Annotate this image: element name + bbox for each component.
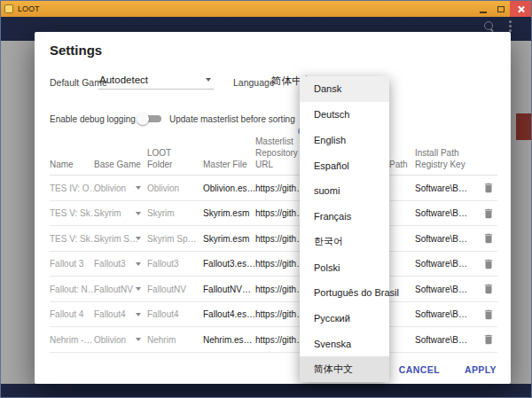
game-name-cell: Nehrim -… bbox=[50, 334, 92, 344]
dialog-title: Settings bbox=[50, 43, 102, 58]
window-title: LOOT bbox=[18, 5, 474, 13]
language-dropdown-menu: Dansk Deutsch English Español suomi Fran… bbox=[300, 76, 389, 382]
language-option[interactable]: suomi bbox=[300, 178, 389, 204]
language-option[interactable]: Deutsch bbox=[300, 102, 389, 128]
game-name-cell: TES IV: O… bbox=[50, 183, 98, 192]
table-row: Nehrim -… Oblivion Nehrim Nehrim.es… htt… bbox=[50, 327, 497, 353]
master-file-field[interactable]: Oblivion.es… bbox=[203, 183, 255, 192]
loot-folder-cell: Skyrim bbox=[147, 208, 175, 218]
language-option[interactable]: Svenska bbox=[300, 332, 389, 357]
repo-url-field[interactable]: https://gith… bbox=[255, 284, 305, 293]
language-label: Language bbox=[233, 77, 275, 88]
delete-game-button[interactable] bbox=[482, 308, 495, 321]
base-game-select[interactable]: Skyrim bbox=[94, 208, 121, 218]
col-header-master-file: Master File bbox=[203, 159, 253, 170]
language-option[interactable]: 한국어 bbox=[300, 230, 389, 255]
registry-key-field[interactable]: Software\B… bbox=[415, 208, 467, 218]
loot-window: LOOT Settings Default Game Autodetect La… bbox=[0, 0, 532, 398]
close-icon bbox=[517, 5, 525, 13]
registry-key-field[interactable]: Software\B… bbox=[415, 334, 467, 344]
game-name-cell: TES V: Sk… bbox=[50, 233, 99, 243]
table-row: TES V: Sk… Skyrim S… Skyrim Sp… Skyrim.e… bbox=[50, 226, 497, 252]
dialog-actions: CANCEL APPLY bbox=[399, 364, 497, 375]
base-game-select[interactable]: FalloutNV bbox=[94, 284, 133, 293]
chevron-down-icon bbox=[136, 262, 141, 266]
update-masterlist-label: Update masterlist before sorting bbox=[169, 114, 295, 124]
delete-game-button[interactable] bbox=[482, 258, 495, 270]
registry-key-field[interactable]: Software\B… bbox=[415, 233, 467, 243]
language-option[interactable]: Dansk bbox=[300, 76, 389, 102]
language-option[interactable]: 简体中文 bbox=[300, 356, 389, 382]
default-game-value: Autodetect bbox=[99, 74, 148, 85]
master-file-field[interactable]: Fallout3.es… bbox=[203, 259, 255, 269]
cancel-button[interactable]: CANCEL bbox=[399, 364, 440, 375]
games-table-header: Name Base Game LOOT Folder Master File M… bbox=[50, 137, 497, 176]
language-option[interactable]: Français bbox=[300, 204, 389, 230]
language-option[interactable]: Polski bbox=[300, 254, 389, 280]
maximize-button[interactable] bbox=[492, 1, 510, 17]
chevron-down-icon bbox=[206, 78, 211, 82]
master-file-field[interactable]: Skyrim.esm bbox=[203, 208, 249, 218]
settings-dialog: Settings Default Game Autodetect Languag… bbox=[35, 32, 511, 384]
debug-logging-toggle[interactable] bbox=[137, 113, 163, 125]
col-header-registry-key: Install Path Registry Key bbox=[415, 147, 482, 170]
registry-key-field[interactable]: Software\B… bbox=[415, 259, 467, 269]
registry-key-field[interactable]: Software\B… bbox=[415, 284, 467, 293]
language-option[interactable]: Русский bbox=[300, 306, 389, 332]
table-row: TES V: Sk… Skyrim Skyrim Skyrim.esm http… bbox=[50, 201, 497, 227]
base-game-select[interactable]: Oblivion bbox=[94, 334, 126, 344]
loot-app-icon bbox=[4, 4, 13, 13]
table-row: Fallout: N… FalloutNV FalloutNV FalloutN… bbox=[50, 277, 497, 302]
col-header-loot-folder: LOOT Folder bbox=[147, 147, 199, 170]
loot-folder-cell: Nehrim bbox=[147, 334, 176, 344]
apply-button[interactable]: APPLY bbox=[465, 364, 497, 375]
game-name-cell: Fallout 3 bbox=[50, 259, 83, 269]
master-file-field[interactable]: Skyrim.esm bbox=[203, 233, 249, 243]
games-table: TES IV: O… Oblivion Oblivion Oblivion.es… bbox=[50, 176, 497, 353]
repo-url-field[interactable]: https://gith… bbox=[255, 309, 305, 319]
chevron-down-icon bbox=[136, 186, 141, 190]
chevron-down-icon bbox=[136, 237, 141, 240]
minimize-icon bbox=[480, 12, 487, 13]
titlebar: LOOT bbox=[1, 1, 531, 17]
delete-game-button[interactable] bbox=[482, 283, 495, 295]
default-game-select[interactable]: Autodetect bbox=[98, 71, 214, 90]
loot-folder-cell: Skyrim Sp… bbox=[147, 233, 197, 243]
base-game-select[interactable]: Oblivion bbox=[94, 183, 126, 192]
delete-game-button[interactable] bbox=[482, 182, 495, 194]
minimize-button[interactable] bbox=[474, 1, 492, 17]
base-game-select[interactable]: Fallout4 bbox=[94, 309, 126, 319]
repo-url-field[interactable]: https://gith… bbox=[255, 334, 305, 344]
table-row: Fallout 3 Fallout3 Fallout3 Fallout3.es…… bbox=[50, 252, 497, 277]
repo-url-field[interactable]: https://gith… bbox=[255, 183, 305, 192]
chevron-down-icon bbox=[136, 212, 141, 215]
repo-url-field[interactable]: https://gith… bbox=[255, 208, 305, 218]
master-file-field[interactable]: FalloutNV… bbox=[203, 284, 251, 293]
repo-url-field[interactable]: https://gith… bbox=[255, 259, 305, 269]
delete-game-button[interactable] bbox=[482, 207, 495, 220]
registry-key-field[interactable]: Software\B… bbox=[415, 183, 467, 192]
repo-url-field[interactable]: https://gith… bbox=[255, 233, 305, 243]
registry-key-field[interactable]: Software\B… bbox=[415, 309, 467, 319]
maximize-icon bbox=[497, 6, 505, 12]
base-game-select[interactable]: Skyrim S… bbox=[94, 233, 138, 243]
app-background: Settings Default Game Autodetect Languag… bbox=[1, 17, 531, 397]
debug-logging-label: Enable debug logging bbox=[50, 114, 136, 124]
loot-folder-cell: Fallout4 bbox=[147, 309, 179, 319]
delete-game-button[interactable] bbox=[482, 232, 495, 245]
close-button[interactable] bbox=[510, 1, 531, 17]
language-option[interactable]: Português do Brasil bbox=[300, 280, 389, 306]
chevron-down-icon bbox=[136, 313, 141, 316]
loot-folder-cell: Fallout3 bbox=[147, 259, 179, 269]
language-option[interactable]: Español bbox=[300, 152, 389, 178]
master-file-field[interactable]: Fallout4.es… bbox=[203, 309, 255, 319]
col-header-base-game: Base Game bbox=[94, 159, 144, 170]
base-game-select[interactable]: Fallout3 bbox=[94, 259, 126, 269]
table-row: Fallout 4 Fallout4 Fallout4 Fallout4.es…… bbox=[50, 302, 497, 328]
master-file-field[interactable]: Nehrim.es… bbox=[203, 334, 253, 344]
delete-game-button[interactable] bbox=[482, 333, 495, 346]
game-name-cell: Fallout: N… bbox=[50, 284, 97, 293]
language-option[interactable]: English bbox=[300, 128, 389, 153]
table-row: TES IV: O… Oblivion Oblivion Oblivion.es… bbox=[50, 176, 497, 201]
col-header-name: Name bbox=[50, 159, 90, 170]
